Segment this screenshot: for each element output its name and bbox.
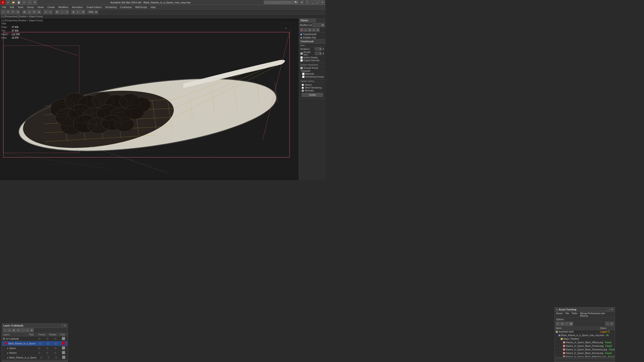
svg-line-42 [275, 83, 277, 103]
update-radio-group: Always When Rendering Manually [300, 83, 324, 92]
svg-point-43 [49, 97, 76, 119]
render-iters-spinner[interactable]: ▲▼ [322, 52, 324, 55]
menu-group[interactable]: Group [25, 5, 36, 9]
svg-line-25 [45, 117, 174, 124]
layer-tool[interactable]: ≣ [55, 10, 59, 14]
save-btn[interactable]: 💾 [16, 0, 21, 5]
new-btn[interactable]: ☐ [6, 0, 10, 5]
menu-help[interactable]: Help [149, 5, 158, 9]
rotate-tool[interactable]: ↻ [11, 10, 15, 14]
curve-editor-tool[interactable]: ~ [60, 10, 64, 14]
select-tool[interactable]: ⊹ [1, 10, 5, 14]
svg-line-30 [98, 98, 103, 138]
hold-btn[interactable]: H [33, 0, 37, 5]
viewport[interactable]: [+] [Perspective] [Shaded + Edged Faces]… [0, 18, 299, 180]
always-radio[interactable] [302, 84, 304, 86]
turbosmooth-header[interactable]: TurboSmooth [299, 39, 326, 43]
angle-snap-tool[interactable]: ∠ [27, 10, 32, 14]
modifier-list-dropdown[interactable] [312, 23, 325, 27]
align-tool[interactable]: ≡ [48, 10, 53, 14]
svg-point-47 [105, 95, 128, 113]
minimize-btn[interactable]: _ [310, 0, 315, 5]
search-input[interactable] [265, 1, 294, 3]
open-btn[interactable]: 📂 [11, 0, 16, 5]
menu-edit[interactable]: Edit [8, 5, 16, 9]
material-editor-tool[interactable]: ◈ [71, 10, 76, 14]
svg-point-73 [110, 107, 131, 122]
undo-btn[interactable]: ↩ [22, 0, 26, 5]
svg-text:⊡: ⊡ [285, 27, 287, 29]
toolbar: ⊹ ✛ ↻ ⊡ ⊞ ∠ % ⊕ ⇔ ≡ ≣ ~ ⊙ ◈ ▷ ⚙ View Wor… [0, 9, 326, 15]
menu-create[interactable]: Create [46, 5, 56, 9]
search-btn[interactable]: ⊕ [300, 0, 304, 5]
menubar: File Edit Tools Group Views Create Modif… [0, 5, 326, 9]
snap-tool[interactable]: ⊞ [22, 10, 26, 14]
render-iters-checkbox[interactable] [300, 52, 303, 55]
configure-modifier-sets-icon[interactable]: ⚙ [316, 28, 320, 32]
smooth-result-checkbox[interactable] [300, 67, 303, 69]
modifier-stack: TurboSmooth Editable Poly [299, 33, 326, 39]
percent-snap-tool[interactable]: % [32, 10, 36, 14]
pin-mod-icon[interactable]: 📌 [300, 28, 304, 32]
surface-params-section: Surface Parameters Smooth Result Separat… [299, 63, 326, 79]
modifier-turbosmoooth[interactable]: TurboSmooth [299, 33, 326, 36]
manually-radio[interactable] [302, 90, 304, 92]
always-label: Always [305, 84, 312, 86]
separate-label: Separate [301, 70, 324, 72]
menu-graph-editors[interactable]: Graph Editors [85, 5, 104, 9]
spinner-snap-tool[interactable]: ⊕ [37, 10, 41, 14]
svg-line-12 [156, 142, 201, 177]
redo-btn[interactable]: ↪ [27, 0, 32, 5]
object-name-input[interactable] [300, 19, 316, 22]
show-end-result-icon[interactable]: | [304, 28, 308, 32]
svg-point-50 [56, 108, 79, 126]
remove-modifier-icon[interactable]: ✕ [312, 28, 316, 32]
iterations-spinner[interactable]: ▲▼ [322, 48, 324, 50]
viewport-info[interactable]: [+] [Perspective] [Shaded + Edged Faces] [0, 15, 326, 18]
stats-panel: Total Polys: 37 836 Tris: 37 836 Edges: … [1, 22, 20, 40]
update-button[interactable]: Update [302, 93, 323, 97]
iterations-input[interactable] [315, 47, 322, 50]
scale-tool[interactable]: ⊡ [16, 10, 20, 14]
topbar: 3 ☐ 📂 💾 ↩ ↪ H Autodesk 3ds Max 2014 x64 … [0, 0, 326, 5]
render-iters-input[interactable] [315, 52, 322, 55]
isoline-display-checkbox[interactable] [300, 56, 303, 59]
object-name-bar [299, 18, 326, 23]
menu-maxscript[interactable]: MAXScript [134, 5, 149, 9]
maximize-btn[interactable]: □ [315, 0, 320, 5]
menu-customize[interactable]: Customize [118, 5, 134, 9]
menu-modifiers[interactable]: Modifiers [56, 5, 70, 9]
menu-views[interactable]: Views [36, 5, 46, 9]
render-tool[interactable]: ▷ [76, 10, 80, 14]
svg-rect-19 [3, 45, 80, 153]
search-icon: 🔍 [294, 1, 298, 4]
when-rendering-radio[interactable] [302, 87, 304, 89]
close-btn[interactable]: ✕ [320, 0, 325, 5]
help-btn[interactable]: ? [305, 0, 310, 5]
svg-line-14 [201, 142, 219, 177]
modifier-inactive-indicator [300, 37, 302, 39]
materials-checkbox[interactable] [302, 73, 304, 75]
render-setup-tool[interactable]: ⚙ [81, 10, 86, 14]
menu-tools[interactable]: Tools [16, 5, 25, 9]
svg-point-56 [60, 117, 83, 134]
mirror-tool[interactable]: ⇔ [44, 10, 48, 14]
svg-line-39 [212, 92, 215, 115]
menu-rendering[interactable]: Rendering [104, 5, 118, 9]
make-unique-icon[interactable]: ◈ [308, 28, 312, 32]
smoothing-groups-checkbox[interactable] [302, 75, 304, 78]
coord-dropdown[interactable]: View World Local [88, 10, 98, 14]
modifier-editable-poly[interactable]: Editable Poly [299, 36, 326, 39]
svg-line-78 [263, 32, 290, 139]
svg-point-54 [110, 107, 131, 122]
schematic-tool[interactable]: ⊙ [64, 10, 69, 14]
move-tool[interactable]: ✛ [6, 10, 10, 14]
svg-point-48 [120, 94, 140, 109]
svg-line-6 [22, 142, 148, 177]
svg-point-63 [58, 104, 68, 112]
explicit-normals-checkbox[interactable] [300, 59, 303, 62]
menu-file[interactable]: File [0, 5, 8, 9]
search-box[interactable]: 🔍 [264, 1, 299, 4]
menu-animation[interactable]: Animation [70, 5, 85, 9]
svg-line-34 [168, 101, 172, 130]
